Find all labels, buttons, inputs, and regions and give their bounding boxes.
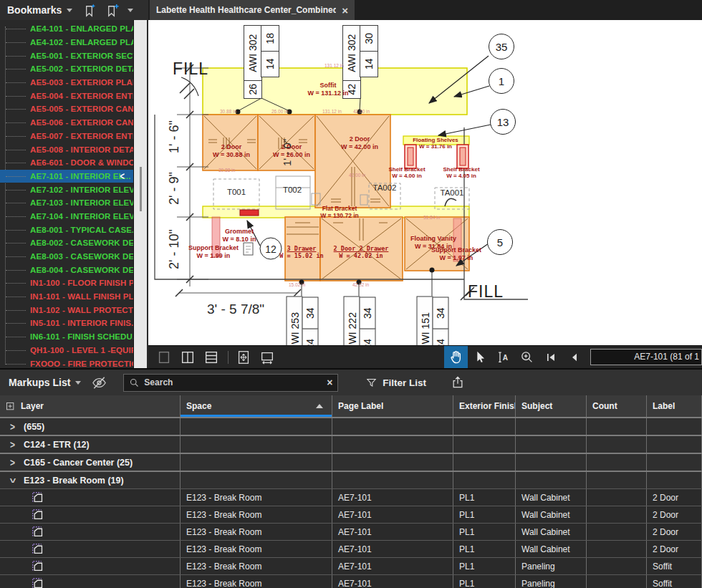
table-row[interactable]: E123 - Break RoomAE7-101PL1Wall Cabinet2… [0, 488, 702, 506]
polygon-markup-icon [32, 509, 44, 521]
bookmark-item[interactable]: AE8-003 - CASEWORK DE... [0, 250, 133, 264]
column-header-label[interactable]: Label [647, 395, 702, 417]
bookmark-item[interactable]: IN1-101 - WALL FINISH PL... [0, 290, 133, 304]
bookmarks-panel: AE4-101 - ENLARGED PLA... AE4-102 - ENLA… [0, 20, 148, 368]
single-page-view-icon[interactable] [155, 349, 173, 366]
group-row-expanded[interactable]: >E123 - Break Room (19) [0, 471, 702, 488]
bookmark-item[interactable]: IN6-101 - FINISH SCHEDU... [0, 330, 133, 344]
fit-page-icon[interactable] [235, 349, 252, 366]
previous-page-button[interactable] [562, 346, 586, 369]
column-header-count[interactable]: Count [587, 395, 647, 417]
casework-tag-wi-222[interactable]: WI 222 2434 [344, 295, 375, 345]
collapse-icon[interactable]: < [120, 170, 125, 182]
bookmark-item[interactable]: QH1-100 - LEVEL 1 -EQUIP... [0, 344, 133, 357]
bookmark-item[interactable]: AE7-102 - INTERIOR ELEV... [0, 183, 133, 196]
bookmark-item[interactable]: AE8-002 - CASEWORK DE... [0, 236, 133, 250]
column-header-layer[interactable]: Layer [0, 395, 181, 417]
chevron-right-icon[interactable]: > [10, 438, 15, 451]
bookmarks-menu-icon[interactable] [128, 9, 133, 12]
bookmark-item[interactable]: AE6-601 - DOOR & WINDO... [0, 156, 133, 170]
callout-5[interactable]: 5 [487, 229, 513, 255]
side-by-side-view-icon[interactable] [179, 349, 196, 366]
tree-connector [6, 109, 26, 110]
select-tool-button[interactable] [468, 346, 491, 369]
stacked-view-icon[interactable] [203, 349, 220, 366]
bookmark-item[interactable]: AE5-004 - EXTERIOR ENTR... [0, 89, 133, 102]
tree-connector [6, 122, 26, 123]
column-header-subject[interactable]: Subject [516, 395, 587, 417]
table-row[interactable]: E123 - Break RoomAE7-101PL1Wall Cabinet2… [0, 506, 702, 523]
group-row[interactable]: >C124 - ETR (12) [0, 435, 702, 453]
export-icon[interactable] [451, 375, 465, 390]
svg-text:A: A [502, 353, 508, 361]
group-row[interactable]: >C165 - Cancer Center (25) [0, 453, 702, 471]
filter-list-button[interactable]: Filter List [365, 377, 426, 389]
bookmark-item[interactable]: AE5-005 - EXTERIOR CAN... [0, 102, 133, 116]
table-row[interactable]: E123 - Break RoomAE7-101PL1PanelingSoffi… [0, 557, 702, 574]
bookmark-item-selected[interactable]: AE7-101 - INTERIOR EL...< [0, 170, 133, 183]
fit-width-icon[interactable] [259, 349, 276, 366]
casework-tag-wi-253[interactable]: WI 253 2434 [287, 295, 317, 345]
document-tab[interactable]: Labette Health Healthcare Center_Combine… [150, 0, 355, 20]
table-row[interactable]: E123 - Break RoomAE7-101PL1Wall Cabinet2… [0, 540, 702, 557]
bookmark-item[interactable]: AE7-104 - INTERIOR ELEV... [0, 210, 133, 223]
table-row[interactable]: E123 - Break RoomAE7-101PL1PanelingSoffi… [0, 574, 702, 588]
bookmarks-scrollbar[interactable] [133, 20, 147, 368]
bookmark-item[interactable]: AE5-003 - EXTERIOR PLAN... [0, 76, 133, 90]
column-header-space[interactable]: Space [181, 395, 332, 417]
tree-connector [6, 82, 26, 83]
column-header-exterior-finish[interactable]: Exterior Finish [453, 395, 516, 417]
add-bookmark-icon[interactable] [105, 3, 120, 18]
document-tab-title: Labette Health Healthcare Center_Combine… [156, 5, 336, 15]
clear-search-icon[interactable]: × [327, 377, 332, 387]
bookmark-item[interactable]: IN5-101 - INTERIOR FINIS... [0, 317, 133, 330]
viewer-nav-controls: A AE7-101 (81 of 1 [444, 346, 702, 369]
grommet-markup[interactable] [240, 210, 259, 216]
chevron-right-icon[interactable]: > [10, 456, 15, 469]
bookmark-item[interactable]: AE4-102 - ENLARGED PLA... [0, 36, 133, 49]
bookmark-item[interactable]: AE5-002 - EXTERIOR DETA... [0, 62, 133, 76]
search-input[interactable]: Search × [123, 374, 338, 392]
dim-2-9: 2' - 9" [167, 172, 182, 205]
chevron-down-icon[interactable]: > [6, 478, 19, 483]
bookmark-item[interactable]: IN1-102 - WALL PROTECTI... [0, 303, 133, 317]
bookmark-item[interactable]: AE5-001 - EXTERIOR SECT... [0, 49, 133, 62]
callout-1[interactable]: 1 [489, 68, 514, 94]
zoom-tool-button[interactable] [515, 346, 539, 369]
callout-35[interactable]: 35 [489, 34, 514, 59]
tree-connector [6, 42, 26, 43]
page-navigation-field[interactable]: AE7-101 (81 of 1 [590, 349, 702, 365]
select-text-tool-button[interactable]: A [491, 346, 515, 369]
scrollbar-thumb[interactable] [140, 167, 142, 211]
callout-12[interactable]: 12 [260, 238, 282, 260]
bookmark-item[interactable]: AE5-007 - EXTERIOR ENTR... [0, 130, 133, 143]
bookmark-item[interactable]: IN1-100 - FLOOR FINISH P... [0, 276, 133, 290]
callout-13[interactable]: 13 [490, 109, 516, 135]
casework-tag-awi-302-26[interactable]: 26AWI 302 1418 [244, 24, 279, 98]
drawing-canvas[interactable]: 26AWI 302 1418 42AWI 302 1430 WI 253 243… [148, 20, 702, 345]
bookmark-item[interactable]: AE5-008 - INTERIOR DETAI... [0, 143, 133, 156]
bookmark-item[interactable]: AE7-103 - INTERIOR ELEV... [0, 196, 133, 210]
support-bracket-left-label: Support BracketW = 1.99 in [188, 244, 239, 259]
bookmark-item[interactable]: AE8-001 - TYPICAL CASE... [0, 223, 133, 236]
group-row[interactable]: >(655) [0, 417, 702, 435]
first-page-button[interactable] [539, 346, 562, 369]
bookmarks-dropdown-icon[interactable] [67, 9, 72, 12]
pan-tool-button[interactable] [444, 346, 468, 369]
hide-markups-icon[interactable] [91, 375, 107, 391]
tree-connector [6, 310, 26, 311]
casework-tag-wi-151[interactable]: WI 151 2434 [417, 295, 448, 345]
table-row[interactable]: E123 - Break RoomAE7-101PL1Wall Cabinet2… [0, 523, 702, 540]
bookmark-item[interactable]: AE8-004 - CASEWORK DE... [0, 263, 133, 276]
markups-list-dropdown-icon[interactable] [75, 381, 81, 385]
tab-close-icon[interactable]: × [342, 5, 348, 16]
chevron-right-icon[interactable]: > [10, 420, 15, 433]
toolbar-divider [228, 351, 229, 364]
create-bookmarks-icon[interactable] [82, 3, 97, 18]
note-icon[interactable] [244, 243, 253, 255]
expand-all-icon[interactable] [6, 402, 15, 411]
bookmark-item[interactable]: AE5-006 - EXTERIOR CAN... [0, 116, 133, 130]
column-header-page-label[interactable]: Page Label [332, 395, 453, 417]
bookmarks-panel-title: Bookmarks [7, 4, 62, 16]
bookmark-item[interactable]: AE4-101 - ENLARGED PLA... [0, 22, 133, 36]
